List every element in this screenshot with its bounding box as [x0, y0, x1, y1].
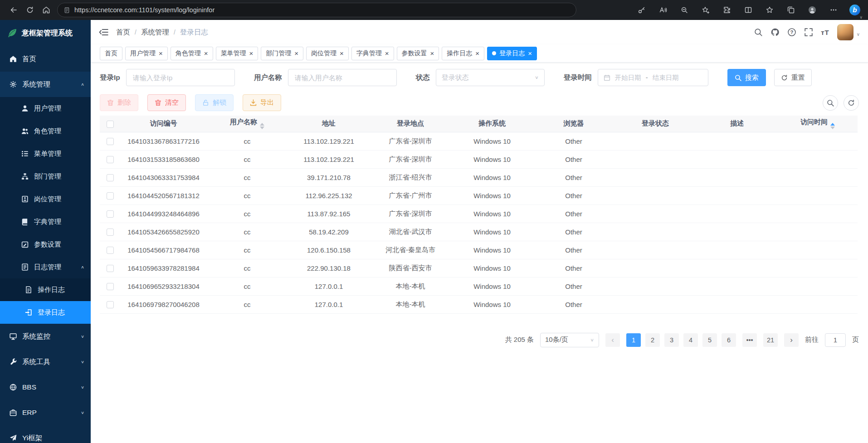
username-input[interactable] [288, 69, 397, 86]
tab-item-2[interactable]: 角色管理× [171, 47, 213, 60]
sidebar-item-11[interactable]: 登录日志 [0, 301, 91, 324]
date-range-picker[interactable]: 开始日期 - 结束日期 [598, 69, 708, 86]
sidebar-item-0[interactable]: 首页 [0, 46, 91, 72]
sidebar-item-12[interactable]: 系统监控∨ [0, 324, 91, 349]
sidebar-item-13[interactable]: 系统工具∨ [0, 349, 91, 375]
browser-refresh-button[interactable] [22, 2, 38, 18]
page-button-5[interactable]: 5 [702, 333, 717, 347]
tab-close-icon[interactable]: × [340, 50, 344, 57]
tab-close-icon[interactable]: × [249, 50, 254, 57]
sidebar-item-10[interactable]: 操作日志 [0, 278, 91, 301]
tab-item-0[interactable]: 首页 [100, 47, 122, 60]
sidebar-collapse-icon[interactable] [99, 27, 109, 37]
tab-close-icon[interactable]: × [204, 50, 208, 57]
sidebar-item-15[interactable]: ERP∨ [0, 400, 91, 425]
password-key-icon[interactable] [636, 4, 648, 16]
breadcrumb-item-0[interactable]: 首页 [116, 28, 130, 37]
profile-icon[interactable] [806, 4, 818, 16]
read-aloud-icon[interactable] [657, 4, 669, 16]
page-button-6[interactable]: 6 [722, 333, 736, 347]
tab-item-6[interactable]: 字典管理× [351, 47, 394, 60]
sidebar-item-4[interactable]: 菜单管理 [0, 142, 91, 165]
unlock-button[interactable]: 解锁 [195, 94, 234, 111]
row-checkbox[interactable] [107, 229, 114, 236]
row-checkbox[interactable] [107, 174, 114, 181]
row-checkbox[interactable] [107, 210, 114, 218]
page-button-1[interactable]: 1 [626, 333, 641, 347]
column-header-8[interactable]: 访问时间 [778, 116, 858, 132]
sidebar-item-2[interactable]: 用户管理 [0, 97, 91, 120]
search-icon[interactable] [754, 28, 763, 37]
sidebar-item-5[interactable]: 部门管理 [0, 165, 91, 188]
sort-carets-icon[interactable] [260, 123, 264, 129]
sidebar-item-14[interactable]: BBS∨ [0, 375, 91, 400]
status-select-placeholder: 登录状态 [442, 73, 469, 82]
tab-item-9[interactable]: 登录日志× [487, 47, 537, 60]
more-icon[interactable] [828, 4, 839, 16]
tab-item-1[interactable]: 用户管理× [125, 47, 168, 60]
sidebar-item-9[interactable]: 日志管理∧ [0, 256, 91, 278]
breadcrumb-item-1[interactable]: 系统管理 [141, 28, 169, 37]
goto-page-input[interactable] [825, 333, 846, 347]
prev-page-button[interactable]: ‹ [605, 333, 620, 347]
select-all-checkbox[interactable] [107, 121, 114, 128]
favorites-add-icon[interactable] [700, 4, 712, 16]
refresh-table-button[interactable] [844, 95, 859, 111]
font-size-icon[interactable]: тT [821, 29, 829, 36]
copilot-icon[interactable]: b ∨ [849, 4, 861, 16]
clear-button[interactable]: 清空 [147, 94, 186, 111]
sidebar-item-6[interactable]: 岗位管理 [0, 188, 91, 210]
tab-item-4[interactable]: 部门管理× [261, 47, 303, 60]
sidebar-item-7[interactable]: 字典管理 [0, 210, 91, 233]
reset-button[interactable]: 重置 [774, 69, 812, 86]
page-size-select[interactable]: 10条/页 ∨ [540, 333, 599, 347]
tab-item-7[interactable]: 参数设置× [397, 47, 439, 60]
sidebar-item-8[interactable]: 参数设置 [0, 233, 91, 256]
help-icon[interactable]: ? [787, 28, 796, 37]
tab-item-8[interactable]: 操作日志× [442, 47, 484, 60]
row-checkbox[interactable] [107, 138, 114, 145]
row-checkbox[interactable] [107, 192, 114, 200]
collections-icon[interactable] [785, 4, 797, 16]
login-ip-input[interactable] [126, 69, 235, 86]
search-button[interactable]: 搜索 [727, 69, 766, 86]
sidebar-item-16[interactable]: Yi框架 [0, 425, 91, 443]
page-button-2[interactable]: 2 [645, 333, 660, 347]
row-checkbox[interactable] [107, 156, 114, 163]
sidebar-item-3[interactable]: 角色管理 [0, 120, 91, 142]
zoom-icon[interactable] [678, 4, 690, 16]
split-screen-icon[interactable] [742, 4, 754, 16]
more-pages-button[interactable]: ••• [742, 333, 757, 347]
fullscreen-icon[interactable] [804, 28, 813, 37]
next-page-button[interactable]: › [784, 333, 799, 347]
page-button-3[interactable]: 3 [664, 333, 679, 347]
avatar[interactable] [837, 24, 853, 40]
github-icon[interactable] [770, 28, 780, 37]
browser-url-bar[interactable]: https://ccnetcore.com:1101/system/log/lo… [57, 3, 576, 17]
browser-home-button[interactable] [38, 2, 54, 18]
row-checkbox[interactable] [107, 283, 114, 290]
page-button-4[interactable]: 4 [683, 333, 698, 347]
sidebar-item-1[interactable]: 系统管理∧ [0, 72, 91, 97]
tab-close-icon[interactable]: × [528, 50, 532, 57]
favorites-bar-icon[interactable] [764, 4, 775, 16]
tab-close-icon[interactable]: × [430, 50, 434, 57]
tab-item-5[interactable]: 岗位管理× [306, 47, 349, 60]
tab-item-3[interactable]: 菜单管理× [216, 47, 258, 60]
browser-back-button[interactable] [5, 2, 22, 18]
tab-close-icon[interactable]: × [475, 50, 479, 57]
column-header-1[interactable]: 用户名称 [206, 116, 288, 132]
extensions-icon[interactable] [721, 4, 733, 16]
tab-close-icon[interactable]: × [159, 50, 163, 57]
row-checkbox[interactable] [107, 265, 114, 272]
status-select[interactable]: 登录状态 ∨ [436, 69, 545, 86]
row-checkbox[interactable] [107, 247, 114, 254]
tab-close-icon[interactable]: × [294, 50, 298, 57]
toggle-search-button[interactable] [823, 95, 838, 111]
delete-button[interactable]: 删除 [100, 94, 138, 111]
export-button[interactable]: 导出 [243, 94, 281, 111]
tab-close-icon[interactable]: × [385, 50, 389, 57]
row-checkbox[interactable] [107, 301, 114, 308]
sort-carets-icon[interactable] [830, 123, 835, 129]
last-page-button[interactable]: 21 [763, 333, 778, 347]
